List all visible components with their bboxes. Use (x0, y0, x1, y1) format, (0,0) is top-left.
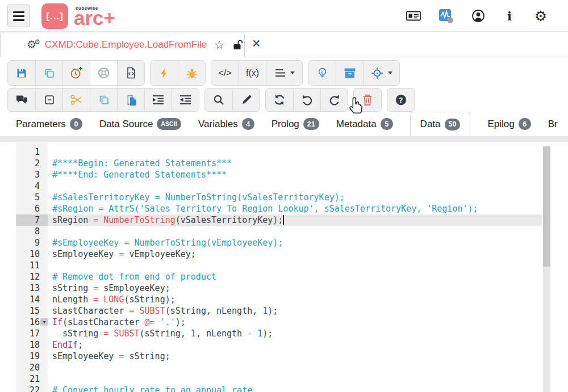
close-icon[interactable]: × (252, 37, 261, 52)
bolt-button[interactable] (151, 61, 178, 85)
code-line-19[interactable]: 19sEmployeeKey = sString; (0, 351, 542, 362)
editor-scrollbar-track[interactable] (543, 267, 550, 392)
code-line-9[interactable]: 9#sEmployeeKey = NumberToString(vEmploye… (0, 237, 542, 248)
code-line-3[interactable]: 3#****End: Generated Statements**** (0, 169, 542, 180)
tab-label: Epilog (487, 119, 514, 130)
format-lines-button[interactable] (266, 61, 302, 85)
code-line-7[interactable]: 7sRegion = NumberToString(vSalesTerritor… (0, 214, 542, 226)
code-line-4[interactable]: 4 (0, 180, 542, 192)
code-line-21[interactable]: 21 (0, 373, 542, 385)
line-number: 13 (16, 283, 48, 294)
collapse-button[interactable] (35, 88, 62, 111)
tab-count-badge: 4 (242, 118, 254, 130)
user-icon[interactable] (471, 8, 485, 24)
code-line-20[interactable]: 20 (0, 362, 542, 373)
tab-label: Data Source (99, 119, 153, 130)
line-number: 9 (16, 237, 48, 248)
line-number: 10 (16, 248, 48, 260)
gear-icon[interactable]: ⚙ (534, 8, 548, 24)
code-line-6[interactable]: 6#sRegion = AttrS('Sales Territory To Re… (0, 203, 542, 214)
code-editor[interactable]: 12#****Begin: Generated Statements***3#*… (0, 142, 568, 392)
editor-scrollbar-thumb[interactable] (543, 146, 550, 267)
document-title: CXMD:Cube.Employee.LoadFromFile (45, 39, 207, 50)
search-button[interactable] (205, 88, 232, 111)
fold-chevron-icon[interactable] (40, 318, 48, 326)
clock-plus-button[interactable] (62, 61, 90, 85)
code-line-13[interactable]: 13sString = sEmployeeKey; (0, 283, 542, 294)
archive-button[interactable] (336, 61, 363, 85)
lifebuoy-button[interactable] (90, 61, 117, 85)
code-text: #sRegion = AttrS('Sales Territory To Reg… (48, 203, 542, 214)
tab-count-badge: 0 (70, 118, 82, 130)
copy-button[interactable] (35, 61, 62, 85)
star-icon[interactable]: ☆ (214, 38, 224, 52)
crosshair-button[interactable] (363, 61, 399, 85)
toolbar-group (204, 88, 260, 112)
tab-epilog[interactable]: Epilog6 (487, 112, 531, 136)
tab-label: Variables (198, 119, 238, 130)
paste-button[interactable] (117, 88, 144, 111)
code-line-22[interactable]: 22# Convert hourly rate to an annual rat… (0, 385, 542, 392)
tab-metadata[interactable]: Metadata5 (336, 112, 393, 136)
tab-prolog[interactable]: Prolog21 (272, 112, 319, 136)
file-code-button[interactable] (117, 61, 144, 85)
code-text: #sEmployeeKey = NumberToString(vEmployee… (48, 237, 542, 248)
comments-button[interactable] (8, 88, 35, 111)
bulb-button[interactable] (308, 61, 336, 85)
code-text: sString = sEmployeeKey; (48, 283, 542, 294)
code-line-15[interactable]: 15sLastCharacter = SUBST(sString, nLengt… (0, 305, 542, 317)
tab-count-badge: 21 (303, 118, 319, 130)
code-line-1[interactable]: 1 (0, 146, 542, 158)
scissors-button[interactable] (62, 88, 90, 111)
bug-button[interactable] (178, 61, 205, 85)
code-line-12[interactable]: 12# Remove dot from end of product (0, 271, 542, 283)
tab-data-source[interactable]: Data SourceASCII (99, 112, 181, 136)
code-text (48, 146, 542, 158)
tab-data[interactable]: Data50 (410, 112, 471, 136)
save-button[interactable] (8, 61, 35, 85)
tab-count-badge: 6 (519, 118, 531, 130)
tab-count-badge: ASCII (157, 118, 181, 130)
code-line-8[interactable]: 8 (0, 226, 542, 237)
pencil-button[interactable] (232, 88, 260, 111)
code-line-2[interactable]: 2#****Begin: Generated Statements*** (0, 158, 542, 169)
tab-br[interactable]: Br (548, 112, 558, 136)
code-line-14[interactable]: 14nLength = LONG(sString); (0, 294, 542, 305)
document-tab[interactable]: ⚙⚙ CXMD:Cube.Employee.LoadFromFile ☆× (0, 32, 245, 57)
tab-variables[interactable]: Variables4 (198, 112, 254, 136)
redo-button[interactable] (320, 88, 348, 111)
contact-card-icon[interactable] (406, 8, 421, 24)
code-line-10[interactable]: 10sEmployeeKey = vEmployeeKey; (0, 248, 542, 260)
code-text (48, 260, 542, 271)
undo-button[interactable] (293, 88, 320, 111)
refresh-button[interactable] (266, 88, 293, 111)
code-line-11[interactable]: 11 (0, 260, 542, 271)
code-line-16[interactable]: 16If(sLastCharacter @= '.'); (0, 317, 542, 328)
code-line-5[interactable]: 5#sSalesTerritoryKey = NumberToString(vS… (0, 192, 542, 203)
code-text: sRegion = NumberToString(vSalesTerritory… (48, 214, 542, 226)
tab-parameters[interactable]: Parameters0 (16, 112, 82, 136)
tab-label: Data (420, 119, 441, 130)
line-number: 17 (16, 328, 48, 339)
trash-button[interactable] (354, 88, 381, 111)
toolbar-group (265, 88, 348, 112)
code-text: # Remove dot from end of product (48, 271, 542, 283)
activity-icon[interactable] (438, 8, 454, 24)
info-icon[interactable]: i (503, 8, 516, 24)
hamburger-menu-button[interactable] (7, 5, 30, 27)
outdent-button[interactable] (172, 88, 199, 111)
duplicate-button[interactable] (90, 88, 117, 111)
help-button[interactable]: ? (387, 88, 415, 111)
code-line-17[interactable]: 17 sString = SUBST(sString, 1, nLength -… (0, 328, 542, 339)
svg-text:?: ? (399, 96, 403, 104)
chevron-down-icon (290, 71, 295, 74)
line-number: 1 (16, 146, 48, 158)
lock-open-icon[interactable] (233, 39, 244, 50)
brand-arc-label: arc+ (74, 7, 115, 29)
line-number: 2 (16, 158, 48, 169)
indent-button[interactable] (144, 88, 172, 111)
line-number: 3 (16, 169, 48, 180)
fx-button[interactable]: f(x) (239, 61, 266, 85)
code-tag-button[interactable]: </> (211, 61, 239, 85)
code-line-18[interactable]: 18EndIf; (0, 339, 542, 351)
